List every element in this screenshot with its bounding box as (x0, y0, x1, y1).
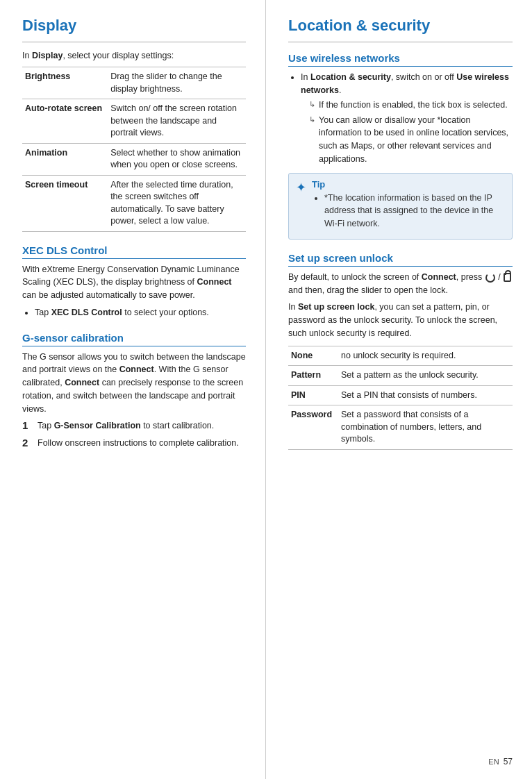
xec-control-bold: XEC DLS Control (51, 308, 122, 317)
tip-box: ✦ Tip *The location information is based… (288, 173, 513, 240)
display-intro-bold: Display (32, 51, 63, 60)
display-title: Display (22, 17, 246, 35)
left-column: Display In Display, select your display … (0, 0, 266, 779)
gsensor-body: The G sensor allows you to switch betwee… (22, 351, 246, 416)
wireless-sub-list: If the function is enabled, the tick box… (301, 99, 513, 166)
power-icon (485, 273, 495, 283)
display-def: After the selected time duration, the sc… (108, 175, 246, 231)
wireless-main-bullet: In Location & security, switch on or off… (301, 71, 513, 165)
screen-unlock-section: Set up screen unlock By default, to unlo… (288, 252, 513, 450)
gsensor-connect2: Connect (65, 378, 99, 387)
display-divider (22, 42, 246, 42)
display-table-row: Screen timeoutAfter the selected time du… (22, 175, 246, 231)
page: Display In Display, select your display … (0, 0, 532, 779)
xec-title: XEC DLS Control (22, 244, 246, 259)
security-def: Set a PIN that consists of numbers. (338, 385, 513, 405)
xec-section: XEC DLS Control With eXtreme Energy Cons… (22, 244, 246, 319)
page-number-area: EN 57 (488, 757, 513, 767)
security-term: None (288, 346, 338, 366)
display-term: Screen timeout (22, 175, 108, 231)
page-number: 57 (504, 757, 513, 767)
display-table-row: AnimationSelect whether to show animatio… (22, 143, 246, 175)
tip-content: Tip *The location information is based o… (312, 179, 505, 233)
screen-unlock-body2: In Set up screen lock, you can set a pat… (288, 301, 513, 340)
gsensor-connect1: Connect (119, 365, 154, 374)
wireless-section: Use wireless networks In Location & secu… (288, 52, 513, 240)
security-table-row: Noneno unlock security is required. (288, 346, 513, 366)
screen-unlock-body1: By default, to unlock the screen of Conn… (288, 271, 513, 297)
security-def: Set a password that consists of a combin… (338, 405, 513, 450)
right-column: Location & security Use wireless network… (266, 0, 532, 779)
screen-unlock-title: Set up screen unlock (288, 252, 513, 267)
display-term: Brightness (22, 67, 108, 99)
tip-text-list: *The location information is based on th… (312, 192, 505, 231)
security-table-row: PINSet a PIN that consists of numbers. (288, 385, 513, 405)
gsensor-steps: 1 Tap G-Sensor Calibration to start cali… (22, 419, 246, 450)
security-term: Password (288, 405, 338, 450)
gsensor-step1-bold: G-Sensor Calibration (54, 421, 141, 430)
display-intro-rest: , select your display settings: (63, 51, 174, 60)
wireless-bold1: Location & security (310, 72, 391, 82)
gsensor-title: G-sensor calibration (22, 332, 246, 346)
display-def: Select whether to show animation when yo… (108, 143, 246, 175)
xec-bullet-item: Tap XEC DLS Control to select your optio… (35, 306, 246, 319)
wireless-sub-1: If the function is enabled, the tick box… (309, 99, 513, 112)
security-term: Pattern (288, 366, 338, 386)
display-term: Animation (22, 143, 108, 175)
screen-lock-bold: Set up screen lock (298, 302, 374, 312)
lock-icon (504, 273, 511, 282)
right-main-divider (288, 42, 513, 42)
security-table-row: PatternSet a pattern as the unlock secur… (288, 366, 513, 386)
right-main-title: Location & security (288, 17, 513, 35)
xec-body: With eXtreme Energy Conservation Dynamic… (22, 263, 246, 302)
display-intro: In Display, select your display settings… (22, 49, 246, 62)
security-table-row: PasswordSet a password that consists of … (288, 405, 513, 450)
tip-text-item: *The location information is based on th… (324, 192, 505, 231)
screen-unlock-connect: Connect (422, 272, 456, 282)
wireless-title: Use wireless networks (288, 52, 513, 67)
tip-label: Tip (312, 179, 505, 190)
xec-bold1: Connect (197, 277, 232, 287)
display-def: Drag the slider to change the display br… (108, 67, 246, 99)
wireless-sub-2: You can allow or disallow your *location… (309, 114, 513, 166)
security-def: no unlock security is required. (338, 346, 513, 366)
display-table-row: BrightnessDrag the slider to change the … (22, 67, 246, 99)
gsensor-step-1: 1 Tap G-Sensor Calibration to start cali… (22, 419, 246, 433)
display-section: Display In Display, select your display … (22, 17, 246, 232)
tip-icon: ✦ (296, 180, 306, 195)
gsensor-step-2: 2 Follow onscreen instructions to comple… (22, 437, 246, 450)
display-table: BrightnessDrag the slider to change the … (22, 67, 246, 232)
display-def: Switch on/ off the screen rotation betwe… (108, 99, 246, 144)
display-term: Auto-rotate screen (22, 99, 108, 144)
security-term: PIN (288, 385, 338, 405)
security-def: Set a pattern as the unlock security. (338, 366, 513, 386)
security-table: Noneno unlock security is required.Patte… (288, 346, 513, 450)
wireless-bullet-list: In Location & security, switch on or off… (288, 71, 513, 165)
page-lang: EN (488, 757, 499, 766)
gsensor-section: G-sensor calibration The G sensor allows… (22, 332, 246, 450)
display-table-row: Auto-rotate screenSwitch on/ off the scr… (22, 99, 246, 144)
xec-bullet-list: Tap XEC DLS Control to select your optio… (22, 306, 246, 319)
